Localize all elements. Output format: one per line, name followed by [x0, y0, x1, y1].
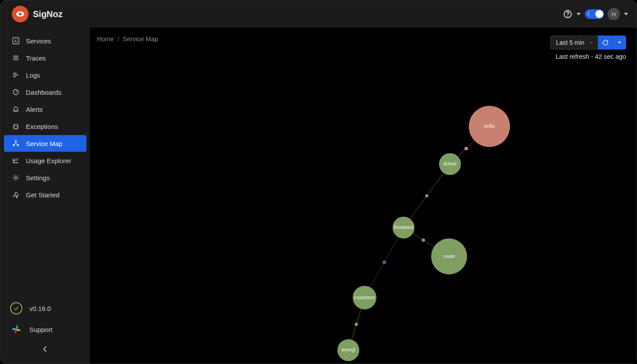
svg-rect-12: [16, 325, 18, 329]
edge-frontend-driver: [410, 173, 444, 218]
sidebar-item-label: Alerts: [26, 106, 43, 113]
svg-point-18: [425, 194, 428, 197]
breadcrumb-home[interactable]: Home: [97, 36, 114, 43]
slack-icon: [10, 323, 22, 335]
node-redis[interactable]: redis: [469, 106, 510, 147]
nav-list: ServicesTracesLogsDashboardsAlertsExcept…: [0, 30, 90, 205]
svg-point-3: [567, 16, 568, 17]
help-dropdown-caret-icon[interactable]: [576, 11, 581, 17]
breadcrumb-current: Service Map: [123, 36, 158, 43]
svg-point-6: [14, 125, 18, 129]
toggle-knob: [595, 10, 603, 18]
topbar: Home / Service Map Last 5 min: [90, 28, 637, 60]
svg-text:route: route: [443, 253, 455, 259]
sidebar-item-label: Settings: [26, 174, 50, 182]
app-frame: SigNoz ☾ H ServicesTracesLogsDashboardsA…: [0, 0, 637, 364]
last-refresh-text: Last refresh - 42 sec ago: [550, 53, 626, 60]
sidebar-item-label: Services: [26, 37, 51, 45]
chevron-down-icon: [589, 40, 593, 45]
header-actions: ☾ H: [563, 8, 629, 20]
brand-name: SigNoz: [33, 9, 63, 19]
sidebar-item-get-started[interactable]: Get Started: [2, 186, 88, 203]
sidebar-item-label: Usage Explorer: [26, 157, 71, 164]
svg-text:mysql: mysql: [341, 346, 355, 353]
refresh-button[interactable]: [598, 36, 612, 50]
edge-driver-redis: [458, 141, 475, 157]
bar-chart-icon: [12, 37, 20, 45]
theme-toggle[interactable]: ☾: [585, 9, 604, 19]
node-customer[interactable]: customer: [353, 286, 376, 310]
gear-icon: [12, 174, 20, 182]
line-chart-icon: [12, 157, 20, 164]
svg-text:redis: redis: [484, 122, 495, 129]
sidebar-item-label: Dashboards: [26, 89, 61, 96]
caret-down-icon: [617, 40, 622, 45]
sidebar-item-label: Service Map: [26, 140, 62, 147]
sidebar-item-services[interactable]: Services: [2, 32, 88, 49]
sidebar-item-settings[interactable]: Settings: [2, 169, 88, 186]
sidebar-item-exceptions[interactable]: Exceptions: [2, 118, 88, 135]
moon-icon: ☾: [587, 11, 592, 17]
sidebar-item-usage-explorer[interactable]: Usage Explorer: [2, 152, 88, 169]
header: SigNoz ☾ H: [0, 0, 637, 28]
breadcrumb-separator: /: [118, 36, 119, 43]
svg-text:driver: driver: [443, 160, 457, 167]
svg-point-1: [19, 13, 22, 16]
sidebar-item-label: Traces: [26, 54, 46, 62]
time-range-label: Last 5 min: [556, 39, 584, 46]
edge-customer-mysql: [351, 309, 361, 339]
sidebar-item-alerts[interactable]: Alerts: [2, 101, 88, 118]
sidebar-collapse[interactable]: [0, 340, 90, 352]
edge-frontend-customer: [370, 237, 398, 287]
breadcrumb: Home / Service Map: [97, 36, 158, 43]
svg-rect-14: [15, 329, 17, 333]
user-dropdown-caret-icon[interactable]: [623, 11, 629, 17]
rocket-icon: [12, 191, 20, 199]
node-frontend[interactable]: frontend: [393, 217, 415, 239]
service-map-canvas[interactable]: redisdriverfrontendroutecustomermysql: [90, 28, 637, 364]
list-icon: [12, 54, 20, 62]
sidebar-item-traces[interactable]: Traces: [2, 50, 88, 66]
avatar[interactable]: H: [608, 8, 620, 20]
lines-icon: [12, 71, 20, 79]
svg-point-20: [422, 239, 425, 242]
svg-point-16: [465, 147, 468, 150]
sidebar-item-logs[interactable]: Logs: [2, 67, 88, 83]
edge-frontend-route: [413, 233, 434, 247]
refresh-icon: [602, 39, 609, 46]
bell-icon: [12, 105, 20, 113]
svg-rect-13: [16, 329, 20, 331]
version-text: v0.16.0: [29, 305, 51, 312]
support-text: Support: [29, 326, 53, 333]
svg-point-24: [355, 323, 358, 326]
sidebar-item-service-map[interactable]: Service Map: [4, 135, 86, 152]
node-route[interactable]: route: [431, 239, 467, 275]
time-controls: Last 5 min: [550, 36, 626, 50]
bug-icon: [12, 122, 20, 130]
time-range-picker[interactable]: Last 5 min: [550, 36, 598, 50]
sidebar-item-dashboards[interactable]: Dashboards: [2, 84, 88, 100]
deploy-icon: [12, 139, 20, 147]
brand[interactable]: SigNoz: [12, 6, 63, 22]
sidebar-item-label: Exceptions: [26, 123, 58, 130]
check-circle-icon: [10, 302, 22, 314]
sidebar-bottom: v0.16.0 Support: [0, 298, 90, 364]
gauge-icon: [12, 88, 20, 96]
svg-point-22: [383, 261, 386, 264]
sidebar: ServicesTracesLogsDashboardsAlertsExcept…: [0, 28, 90, 364]
help-icon[interactable]: [563, 9, 573, 19]
support-row[interactable]: Support: [0, 319, 90, 340]
refresh-interval-menu[interactable]: [612, 36, 626, 50]
version-row[interactable]: v0.16.0: [0, 298, 90, 319]
svg-point-10: [15, 177, 17, 178]
svg-text:customer: customer: [354, 294, 375, 300]
svg-text:frontend: frontend: [394, 224, 413, 230]
node-driver[interactable]: driver: [439, 153, 461, 175]
main: redisdriverfrontendroutecustomermysql Ho…: [90, 28, 637, 364]
sidebar-item-label: Get Started: [26, 191, 60, 199]
svg-point-7: [15, 141, 17, 142]
sidebar-item-label: Logs: [26, 71, 40, 79]
node-mysql[interactable]: mysql: [337, 339, 359, 361]
brand-logo-icon: [12, 6, 29, 22]
